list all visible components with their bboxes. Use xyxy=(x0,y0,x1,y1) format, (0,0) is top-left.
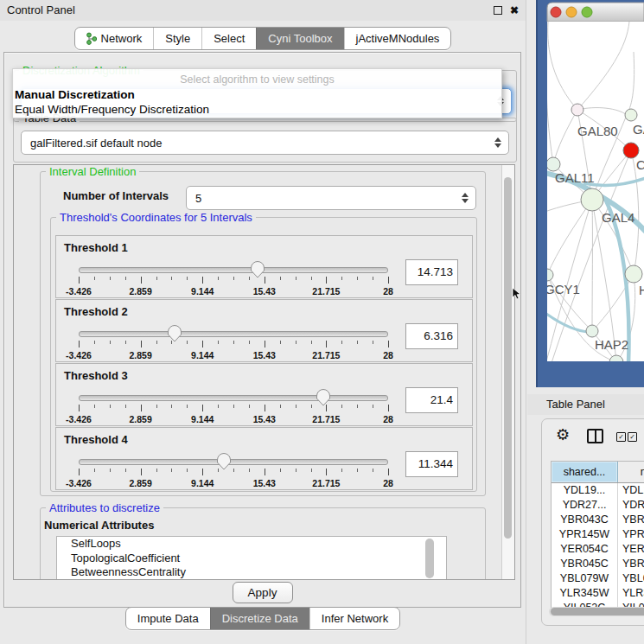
table-cell[interactable]: YDR2 xyxy=(618,498,644,513)
window-titlebar[interactable] xyxy=(547,3,644,22)
table-row[interactable]: YBR043CYBR0 xyxy=(552,513,644,527)
network-node[interactable] xyxy=(546,157,560,171)
table-cell[interactable]: YPR145W xyxy=(552,527,618,542)
network-view-window[interactable]: GAL80GACGAL11GAL4GCY1HHAP2 xyxy=(536,0,644,387)
network-node[interactable] xyxy=(625,265,642,283)
threshold-3-value[interactable]: 21.4 xyxy=(405,387,458,413)
checkbox-icon[interactable]: ✓ xyxy=(616,432,626,442)
slider-track[interactable] xyxy=(79,395,388,401)
attributes-group: Attributes to discretize Numerical Attri… xyxy=(40,507,486,580)
tab-cyni-toolbox[interactable]: Cyni Toolbox xyxy=(256,28,343,49)
node-table[interactable]: shared... name YDL19...YDL1YDR27...YDR2Y… xyxy=(551,461,644,609)
table-cell[interactable]: YLR3 xyxy=(618,586,644,601)
table-cell[interactable]: YBL0 xyxy=(618,571,644,586)
slider-thumb[interactable] xyxy=(250,261,265,278)
slider-track[interactable] xyxy=(79,267,388,273)
table-data-group: Table Data galFiltered.sif default node xyxy=(13,118,517,163)
network-icon xyxy=(86,32,97,45)
table-row[interactable]: YPR145WYPR1 xyxy=(552,527,644,542)
close-icon[interactable]: ✖ xyxy=(510,0,519,21)
table-row[interactable]: YDL19...YDL1 xyxy=(552,483,644,498)
table-data-select[interactable]: galFiltered.sif default node xyxy=(21,131,509,155)
panel-divider xyxy=(526,0,526,644)
network-node[interactable] xyxy=(623,143,639,158)
table-cell[interactable]: YBL079W xyxy=(552,571,618,586)
scrollbar-thumb[interactable] xyxy=(551,608,644,615)
tab-network[interactable]: Network xyxy=(75,28,154,49)
table-cell[interactable]: YDL19... xyxy=(552,483,618,498)
threshold-4-panel: Threshold 4 -3.4262.8599.14415.4321.7152… xyxy=(55,427,473,490)
table-cell[interactable]: YER054C xyxy=(552,542,618,557)
table-cell[interactable]: YDL1 xyxy=(618,483,644,498)
apply-button[interactable]: Apply xyxy=(233,582,293,603)
table-row[interactable]: YER054CYER0 xyxy=(552,542,644,557)
control-panel: Control Panel ✖ Networ xyxy=(0,0,526,644)
network-node[interactable] xyxy=(625,109,637,121)
gear-icon[interactable]: ⚙ xyxy=(556,426,570,443)
slider-track[interactable] xyxy=(79,459,388,465)
column-header-name[interactable]: name xyxy=(618,462,644,482)
network-node[interactable] xyxy=(581,188,603,211)
combo-stepper-icon xyxy=(462,193,469,203)
dropdown-option-equal-width[interactable]: Equal Width/Frequency Discretization xyxy=(15,103,209,116)
table-cell[interactable]: YPR1 xyxy=(618,527,644,542)
table-row[interactable]: YBL079WYBL0 xyxy=(552,571,644,586)
list-scrollbar[interactable] xyxy=(425,539,434,578)
threshold-1-value[interactable]: 14.713 xyxy=(405,259,458,285)
tab-infer-network[interactable]: Infer Network xyxy=(309,608,399,629)
threshold-4-slider[interactable]: -3.4262.8599.14415.4321.71528 xyxy=(79,454,388,488)
table-cell[interactable]: YLR345W xyxy=(552,586,618,601)
tab-impute-data[interactable]: Impute Data xyxy=(126,608,210,629)
table-cell[interactable]: YBR043C xyxy=(552,513,618,527)
table-cell[interactable]: YER0 xyxy=(618,542,644,557)
scrollbar-thumb[interactable] xyxy=(504,177,512,539)
panel-title: Control Panel xyxy=(7,0,75,21)
tab-discretize-data[interactable]: Discretize Data xyxy=(210,608,309,629)
table-cell[interactable]: YDR27... xyxy=(552,498,618,513)
slider-ticks xyxy=(79,405,388,412)
table-panel-titlebar: Table Panel xyxy=(527,394,644,415)
attribute-item[interactable]: BetweennessCentrality xyxy=(57,565,446,580)
network-node[interactable] xyxy=(571,104,583,116)
vertical-scrollbar[interactable] xyxy=(501,165,514,579)
tab-network-label: Network xyxy=(101,32,143,45)
table-cell[interactable]: YBR0 xyxy=(618,557,644,571)
slider-thumb[interactable] xyxy=(167,325,182,342)
network-node-label: GA xyxy=(633,122,644,137)
network-node-label: GAL4 xyxy=(602,210,634,225)
table-row[interactable]: YLR345WYLR3 xyxy=(552,586,644,601)
table-cell[interactable]: YBR0 xyxy=(618,513,644,527)
table-cell[interactable]: YBR045C xyxy=(552,557,618,571)
table-row[interactable]: YDR27...YDR2 xyxy=(552,498,644,513)
threshold-2-value[interactable]: 6.316 xyxy=(405,323,458,349)
tab-jactivemnodules[interactable]: jActiveMNodules xyxy=(344,28,451,49)
slider-thumb[interactable] xyxy=(217,453,232,470)
number-of-intervals-select[interactable]: 5 xyxy=(186,186,476,210)
combo-stepper-icon xyxy=(494,137,501,148)
column-header-shared[interactable]: shared... xyxy=(552,462,618,482)
columns-icon[interactable] xyxy=(587,429,603,443)
slider-thumb[interactable] xyxy=(316,389,330,406)
threshold-4-value[interactable]: 11.344 xyxy=(405,451,458,477)
tab-style[interactable]: Style xyxy=(153,28,201,49)
tab-select[interactable]: Select xyxy=(201,28,256,49)
attribute-item[interactable]: SelfLoops xyxy=(57,537,446,552)
window-zoom-button[interactable] xyxy=(582,7,592,17)
horizontal-scrollbar[interactable] xyxy=(549,607,644,616)
network-node[interactable] xyxy=(586,325,598,337)
interval-definition-group: Interval Definition Number of Intervals … xyxy=(40,171,486,496)
table-row[interactable]: YBR045CYBR0 xyxy=(552,557,644,571)
float-window-icon[interactable] xyxy=(494,6,502,15)
window-close-button[interactable] xyxy=(551,7,561,17)
slider-track[interactable] xyxy=(79,331,388,337)
threshold-2-slider[interactable]: -3.4262.8599.14415.4321.71528 xyxy=(79,326,388,360)
threshold-3-slider[interactable]: -3.4262.8599.14415.4321.71528 xyxy=(79,390,388,424)
network-node-label: H xyxy=(639,283,644,297)
dropdown-option-manual[interactable]: Manual Discretization xyxy=(15,88,135,101)
checkbox-icon[interactable]: ✓ xyxy=(628,432,637,442)
attribute-item[interactable]: TopologicalCoefficient xyxy=(57,552,446,566)
window-minimize-button[interactable] xyxy=(566,7,577,17)
numerical-attributes-list[interactable]: SelfLoopsTopologicalCoefficientBetweenne… xyxy=(56,536,447,580)
threshold-1-slider[interactable]: -3.4262.8599.14415.4321.71528 xyxy=(79,262,388,296)
select-columns-icons[interactable]: ✓ ✓ xyxy=(616,432,637,442)
